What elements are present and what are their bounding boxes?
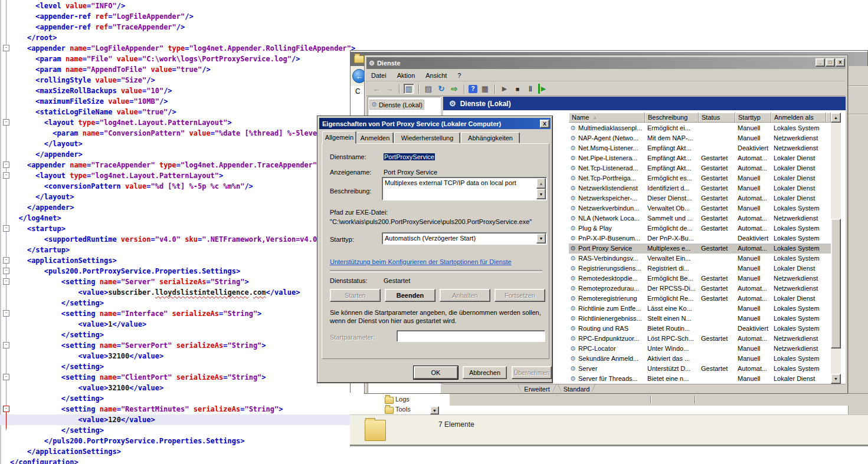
tab-wiederherstellung[interactable]: Wiederherstellung bbox=[394, 132, 460, 143]
folder-item-label[interactable]: Tools bbox=[395, 406, 431, 413]
service-row[interactable]: ⚙NAP-Agent (Netwo...Mit dem NAP-...Manue… bbox=[569, 133, 831, 143]
column-header-name[interactable]: Name ▲ bbox=[569, 113, 645, 123]
fold-collapse-box[interactable]: - bbox=[3, 45, 9, 51]
beschreibung-textbox[interactable]: Multiplexes external TCP/IP data on loca… bbox=[382, 177, 547, 200]
service-row[interactable]: ⚙Multimediaklassenpl...Ermöglicht ei...M… bbox=[569, 123, 831, 133]
service-row[interactable]: ⚙Net.Tcp-Portfreiga...Ermöglicht es...Ge… bbox=[569, 173, 831, 183]
menu-aktion[interactable]: Aktion bbox=[397, 72, 415, 79]
scroll-down-button[interactable]: ▼ bbox=[831, 374, 841, 384]
cell-starttyp: Deaktiviert bbox=[738, 144, 770, 152]
service-row[interactable]: ⚙Sekundäre Anmeld...Aktiviert das ...Man… bbox=[569, 354, 831, 364]
fold-collapse-box[interactable]: - bbox=[3, 162, 9, 168]
dropdown-button[interactable]: ▼ bbox=[430, 406, 439, 414]
startparameter-input[interactable] bbox=[397, 330, 545, 342]
help-icon[interactable]: ? bbox=[469, 85, 477, 93]
tab-anmelden[interactable]: Anmelden bbox=[356, 132, 394, 143]
scrollbar-thumb[interactable] bbox=[831, 219, 841, 348]
scroll-down-button[interactable]: ▼ bbox=[536, 189, 546, 199]
service-row[interactable]: ⚙Server für Threads...Bietet eine n...Ma… bbox=[569, 374, 831, 384]
anhalten-button[interactable]: Anhalten bbox=[440, 289, 490, 302]
starttyp-combobox[interactable]: Automatisch (Verzögerter Start) ▼ bbox=[382, 232, 547, 245]
fold-collapse-box[interactable]: - bbox=[3, 172, 9, 179]
service-row[interactable]: ⚙Netzwerkverbindun...Verwaltet Ob...Gest… bbox=[569, 203, 831, 213]
fold-collapse-box[interactable]: - bbox=[3, 119, 9, 126]
service-row[interactable]: ⚙Registrierungsdiens...Registriert di...… bbox=[569, 264, 831, 274]
fold-collapse-box-active[interactable]: - bbox=[3, 406, 9, 412]
column-header-starttyp[interactable]: Starttyp bbox=[735, 113, 771, 123]
tab-erweitert[interactable]: Erweitert bbox=[517, 384, 556, 393]
menu-ansicht[interactable]: Ansicht bbox=[425, 72, 447, 79]
service-row[interactable]: ⚙NLA (Network Loca...Sammelt und ...Gest… bbox=[569, 213, 831, 223]
vertical-scrollbar[interactable]: ▲ ▼ bbox=[831, 113, 841, 384]
startoptions-help-link[interactable]: Unterstützung beim Konfigurieren der Sta… bbox=[330, 258, 512, 265]
service-row[interactable]: ⚙Richtlinienergebniss...Stellt einen N..… bbox=[569, 314, 831, 324]
console-tree-icon[interactable]: ▥ bbox=[404, 84, 414, 94]
properties-icon[interactable]: ▤ bbox=[423, 84, 434, 94]
service-row[interactable]: ⚙NetzwerklistendienstIdentifiziert d...G… bbox=[569, 183, 831, 193]
scroll-up-button[interactable]: ▲ bbox=[831, 113, 841, 123]
service-row[interactable]: ⚙RAS-Verbindungsv...Verwaltet Ein...Manu… bbox=[569, 254, 831, 264]
fold-collapse-box[interactable]: - bbox=[3, 374, 9, 380]
fortsetzen-button[interactable]: Fortsetzen bbox=[494, 289, 545, 302]
combo-dropdown-button[interactable]: ▼ bbox=[536, 233, 546, 243]
service-row[interactable]: ⚙RPC-Endpunktzuor...Löst RPC-Sch...Gesta… bbox=[569, 334, 831, 344]
dienstname-value[interactable]: PortProxyService bbox=[384, 153, 435, 160]
service-row-selected[interactable]: ⚙Port Proxy ServiceMultiplexes e...Gesta… bbox=[569, 243, 831, 254]
scroll-up-button[interactable]: ▲ bbox=[536, 178, 546, 189]
dialog-close-button[interactable]: X bbox=[540, 120, 549, 128]
tree-item-dienste-lokal[interactable]: ⚙ Dienste (Lokal) bbox=[369, 100, 424, 110]
service-row[interactable]: ⚙Richtlinie zum Entfe...Lässt eine Ko...… bbox=[569, 304, 831, 314]
tab-abhaengigkeiten[interactable]: Abhängigkeiten bbox=[461, 132, 520, 143]
ok-button[interactable]: OK bbox=[414, 366, 458, 379]
service-row[interactable]: ⚙Net.Msmq-Listener...Empfängt Akt...Deak… bbox=[569, 143, 831, 153]
services-title-bar[interactable]: ⚙ Dienste bbox=[366, 57, 846, 69]
service-row[interactable]: ⚙Net.Pipe-Listenera...Empfängt Akt...Ges… bbox=[569, 153, 831, 163]
service-row[interactable]: ⚙Netzwerkspeicher-...Dieser Dienst...Ges… bbox=[569, 193, 831, 203]
service-row[interactable]: ⚙Plug & PlayErmöglicht de...GestartetAut… bbox=[569, 223, 831, 233]
refresh-icon[interactable]: ↻ bbox=[436, 84, 447, 94]
cell-starttyp: Manuell bbox=[738, 124, 770, 131]
stop-service-icon[interactable]: ■ bbox=[512, 84, 523, 94]
close-button[interactable]: X bbox=[836, 58, 845, 67]
tab-standard[interactable]: Standard bbox=[558, 384, 595, 393]
fold-collapse-box[interactable]: - bbox=[3, 278, 9, 285]
pause-service-icon[interactable]: Ⅱ bbox=[525, 84, 536, 94]
dienststatus-value: Gestartet bbox=[384, 277, 410, 284]
abbrechen-button[interactable]: Abbrechen bbox=[463, 366, 507, 379]
textbox-scrollbar[interactable]: ▲ ▼ bbox=[536, 178, 546, 199]
start-service-icon[interactable]: ▶ bbox=[499, 84, 510, 94]
service-row[interactable]: ⚙Remotedesktopdie...Ermöglicht Be...Gest… bbox=[569, 274, 831, 284]
service-row[interactable]: ⚙PnP-X-IP-Busenum...Der PnP-X-Bu...Deakt… bbox=[569, 233, 831, 243]
extended-view-icon[interactable]: ▦ bbox=[480, 84, 490, 94]
folder-item-label[interactable]: Logs bbox=[395, 396, 431, 404]
fold-collapse-box[interactable]: - bbox=[3, 310, 9, 317]
column-header-status[interactable]: Status bbox=[699, 113, 735, 123]
column-header-anmelden-als[interactable]: Anmelden als bbox=[771, 113, 826, 123]
service-row[interactable]: ⚙ServerUnterstützt D...GestartetAutomat.… bbox=[569, 364, 831, 374]
minimize-button[interactable]: _ bbox=[815, 58, 825, 67]
service-row[interactable]: ⚙RPC-LocatorUnter Windo...ManuellNetzwer… bbox=[569, 344, 831, 354]
uebernehmen-button[interactable]: Übernehmen bbox=[512, 366, 552, 379]
fold-collapse-box[interactable]: - bbox=[3, 225, 9, 232]
restart-service-icon[interactable]: ▶ bbox=[538, 84, 547, 94]
forward-icon[interactable]: → bbox=[384, 84, 395, 94]
service-row[interactable]: ⚙RemoteregistrierungErmöglicht Re...Gest… bbox=[569, 294, 831, 304]
dialog-title-bar[interactable]: Eigenschaften von Port Proxy Service (Lo… bbox=[319, 118, 551, 129]
service-row[interactable]: ⚙Remoteprozedurau...Der RPCSS-Di...Gesta… bbox=[569, 284, 831, 294]
export-list-icon[interactable]: ⇨ bbox=[449, 84, 460, 94]
menu-datei[interactable]: Datei bbox=[371, 72, 386, 79]
service-row[interactable]: ⚙Net.Tcp-Listenerad...Empfängt Akt...Ges… bbox=[569, 163, 831, 173]
fold-collapse-box[interactable]: - bbox=[3, 342, 9, 348]
menu-hilfe[interactable]: ? bbox=[457, 72, 461, 79]
column-header-beschreibung[interactable]: Beschreibung bbox=[645, 113, 699, 123]
service-row[interactable]: ⚙Routing und RASBietet Routin...Deaktivi… bbox=[569, 324, 831, 334]
maximize-button[interactable]: □ bbox=[826, 58, 835, 67]
back-icon[interactable]: ← bbox=[371, 84, 382, 94]
fold-collapse-box[interactable]: - bbox=[3, 257, 9, 264]
tab-allgemein[interactable]: Allgemein bbox=[322, 131, 356, 144]
cell-desc: Stellt einen N... bbox=[647, 315, 697, 322]
cell-name: Server für Threads... bbox=[578, 375, 643, 382]
fold-collapse-box[interactable]: - bbox=[3, 268, 9, 274]
starten-button[interactable]: Starten bbox=[330, 289, 381, 302]
beenden-button[interactable]: Beenden bbox=[385, 289, 435, 302]
